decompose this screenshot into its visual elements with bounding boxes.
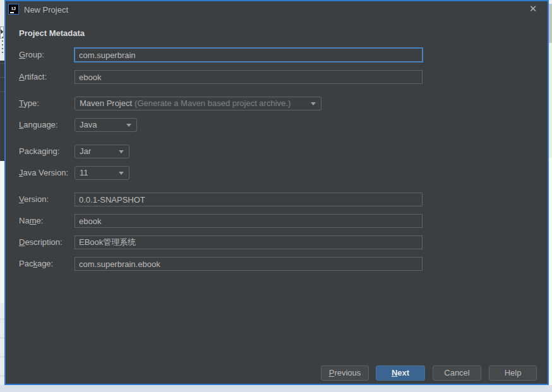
background-bottom-strip xyxy=(0,385,552,392)
background-left-dots xyxy=(2,37,3,53)
background-left-divider xyxy=(0,92,4,92)
screen: IJ New Project ✕ Project Metadata Group:… xyxy=(0,0,552,392)
version-label: Version: xyxy=(19,193,49,206)
language-dropdown[interactable]: Java xyxy=(75,118,137,132)
background-left-divider xyxy=(0,77,4,78)
language-label: Language: xyxy=(19,118,57,132)
type-label: Type: xyxy=(19,97,39,110)
packaging-dropdown[interactable]: Jar xyxy=(75,145,129,158)
package-input[interactable] xyxy=(75,257,423,271)
group-input[interactable] xyxy=(74,47,423,62)
language-dropdown-value: Java xyxy=(80,120,97,129)
dialog-titlebar[interactable]: IJ New Project ✕ xyxy=(6,1,548,18)
group-label: Group: xyxy=(19,48,44,62)
description-input[interactable] xyxy=(75,235,423,249)
package-label: Package: xyxy=(19,257,53,271)
new-project-dialog: IJ New Project ✕ Project Metadata Group:… xyxy=(4,0,549,385)
name-label: Name: xyxy=(19,214,43,228)
close-icon[interactable]: ✕ xyxy=(527,2,539,16)
chevron-down-icon xyxy=(126,124,131,127)
type-dropdown-hint: (Generate a Maven based project archive.… xyxy=(135,98,291,108)
previous-button[interactable]: Previous xyxy=(321,365,369,381)
next-button[interactable]: Next xyxy=(376,365,425,381)
java-version-dropdown-value: 11 xyxy=(80,168,88,177)
help-button[interactable]: Help xyxy=(489,365,537,381)
dialog-title: New Project xyxy=(24,1,68,18)
background-left-divider xyxy=(0,63,4,64)
artifact-label: Artifact: xyxy=(19,70,47,84)
java-version-dropdown[interactable]: 11 xyxy=(75,166,129,180)
chevron-down-icon xyxy=(119,172,124,175)
type-dropdown[interactable]: Maven Project(Generate a Maven based pro… xyxy=(75,97,321,110)
background-left-gridline xyxy=(0,338,4,338)
java-version-label: Java Version: xyxy=(19,166,68,180)
section-title: Project Metadata xyxy=(19,28,85,38)
background-left-gridline xyxy=(0,376,4,376)
background-left-gridline xyxy=(0,319,4,319)
name-input[interactable] xyxy=(75,214,423,228)
background-left-gridline xyxy=(0,357,4,357)
intellij-logo-underline xyxy=(10,12,14,13)
version-input[interactable] xyxy=(75,193,423,206)
chevron-down-icon xyxy=(119,150,124,153)
background-right-strip-lower xyxy=(549,158,552,385)
background-right-scrollbar-thumb xyxy=(549,4,552,43)
packaging-label: Packaging: xyxy=(19,145,59,158)
type-dropdown-value: Maven Project xyxy=(80,98,132,108)
background-left-strip-grid xyxy=(0,303,4,385)
background-left-strip-light xyxy=(0,161,4,303)
packaging-dropdown-value: Jar xyxy=(80,146,91,156)
artifact-input[interactable] xyxy=(75,70,423,84)
chevron-down-icon xyxy=(311,102,316,105)
background-left-strip-dark xyxy=(0,61,4,161)
description-label: Description: xyxy=(19,235,63,249)
cancel-button[interactable]: Cancel xyxy=(433,365,481,381)
